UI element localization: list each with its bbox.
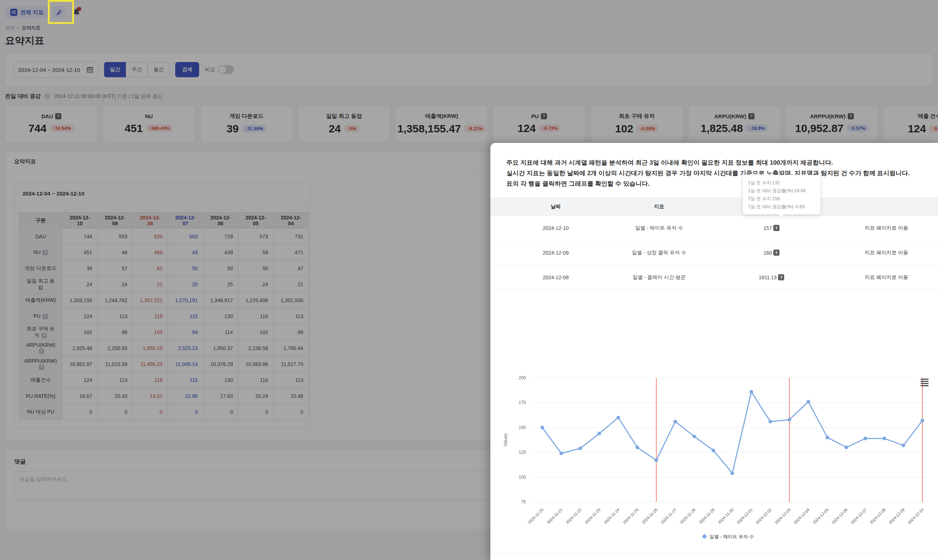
x-axis-label: 2024-11-20 — [527, 508, 544, 525]
data-point[interactable] — [787, 418, 791, 422]
goto-metric-link[interactable]: 지표 페이지로 이동 — [865, 274, 908, 280]
insight-table: 날짜 지표 2024-12-10일별 - 메이트 유저 수157?지표 페이지로… — [491, 198, 938, 290]
data-point[interactable] — [769, 420, 772, 423]
data-point[interactable] — [692, 434, 696, 438]
insight-description-line: 실시간 지표는 동일한 날짜에 2개 이상의 시간대가 탐지된 경우 가장 마지… — [506, 168, 927, 178]
data-point[interactable] — [654, 458, 658, 462]
data-point[interactable] — [921, 419, 924, 423]
x-axis-label: 2024-11-26 — [641, 508, 658, 525]
insight-row-value: 160? — [764, 249, 780, 256]
insight-row-metric: 일별 - 메이트 유저 수 — [610, 225, 708, 231]
data-point[interactable] — [540, 426, 544, 429]
svg-text:175: 175 — [519, 400, 526, 405]
data-point[interactable] — [902, 443, 905, 447]
insight-description: 주요 지표에 대해 과거 시계열 패턴을 분석하여 최근 3일 이내에 확인이 … — [491, 143, 938, 189]
data-point[interactable] — [674, 420, 677, 423]
x-axis-label: 2024-12-09 — [888, 508, 905, 525]
data-point[interactable] — [883, 437, 886, 440]
x-axis-label: 2024-11-24 — [603, 508, 620, 525]
insight-row-value-cell: 160? — [708, 249, 835, 256]
data-point[interactable] — [749, 390, 753, 394]
insight-row-value: 157? — [764, 225, 780, 231]
x-axis-label: 2024-12-08 — [869, 508, 886, 525]
x-axis-label: 2024-11-30 — [717, 508, 735, 525]
chart-menu-icon[interactable] — [921, 378, 929, 386]
goto-metric-link[interactable]: 지표 페이지로 이동 — [865, 249, 908, 255]
legend-marker — [702, 534, 707, 539]
value-number: 160 — [764, 250, 772, 256]
help-icon[interactable]: ? — [778, 274, 784, 280]
svg-text:125: 125 — [519, 450, 526, 455]
x-axis-label: 2024-12-10 — [907, 508, 924, 525]
insight-row-date: 2024-12-08 — [501, 275, 610, 280]
data-point[interactable] — [864, 437, 867, 440]
insight-row-action: 지표 페이지로 이동 — [835, 225, 938, 231]
data-point[interactable] — [559, 452, 563, 455]
insight-row-action: 지표 페이지로 이동 — [835, 274, 938, 281]
x-axis-label: 2024-12-02 — [755, 508, 772, 525]
x-axis-label: 2024-11-25 — [622, 508, 640, 525]
insight-row-value: 1811.13? — [759, 274, 784, 280]
svg-text:200: 200 — [519, 375, 526, 380]
data-point[interactable] — [807, 400, 810, 404]
x-axis-label: 2024-11-23 — [584, 508, 601, 525]
tooltip-line: 7일 전 대비 증감률(%):-0.63 — [748, 203, 815, 211]
data-point[interactable] — [712, 449, 715, 452]
insight-description-line: 주요 지표에 대해 과거 시계열 패턴을 분석하여 최근 3일 이내에 확인이 … — [506, 157, 927, 168]
insight-row-value-cell: 1811.13? — [708, 274, 835, 280]
legend-label[interactable]: 일별 - 메이트 유저 수 — [709, 534, 754, 539]
insight-row[interactable]: 2024-12-09일별 - 상점 클릭 유저 수160?지표 페이지로 이동 — [491, 240, 938, 265]
value-number: 1811.13 — [759, 275, 777, 280]
help-icon[interactable]: ? — [773, 249, 780, 256]
insight-row-metric: 일별 - 플레이 시간 평균 — [610, 274, 708, 281]
trend-chart-svg: 75100125150175200Values2024-11-202024-11… — [501, 371, 938, 553]
insight-panel: 주요 지표에 대해 과거 시계열 패턴을 분석하여 최근 3일 이내에 확인이 … — [491, 143, 938, 560]
data-point[interactable] — [826, 435, 829, 439]
insight-description-line: 표의 각 행을 클릭하면 그래프를 확인할 수 있습니다. — [506, 178, 927, 189]
data-point[interactable] — [730, 471, 734, 475]
insight-table-header: 날짜 지표 — [491, 198, 938, 216]
x-axis-label: 2024-11-27 — [660, 508, 678, 525]
panel-divider — [491, 554, 938, 554]
x-axis-label: 2024-12-06 — [831, 508, 849, 525]
data-point[interactable] — [844, 446, 848, 449]
data-point[interactable] — [617, 415, 620, 419]
data-point[interactable] — [578, 446, 582, 450]
x-axis-label: 2024-12-03 — [774, 508, 791, 525]
svg-text:Values: Values — [503, 434, 508, 446]
x-axis-label: 2024-12-04 — [793, 508, 810, 525]
x-axis-label: 2024-12-01 — [736, 508, 753, 525]
help-icon[interactable]: ? — [773, 225, 780, 231]
insight-row-value-cell: 157? — [708, 225, 835, 231]
insight-row-action: 지표 페이지로 이동 — [835, 249, 938, 256]
tooltip-line: 1일 전 수치:132 — [748, 179, 815, 187]
annotation-highlight-box — [48, 0, 74, 24]
tooltip-line: 7일 전 수치:158 — [748, 195, 815, 203]
insight-row[interactable]: 2024-12-10일별 - 메이트 유저 수157?지표 페이지로 이동 — [491, 216, 938, 240]
goto-metric-link[interactable]: 지표 페이지로 이동 — [865, 225, 908, 231]
x-axis-label: 2024-11-29 — [698, 508, 715, 525]
insight-row[interactable]: 2024-12-08일별 - 플레이 시간 평균1811.13?지표 페이지로 … — [491, 265, 938, 290]
tooltip-line: 1일 전 대비 증감률(%):18.94 — [748, 187, 815, 195]
trend-chart: 75100125150175200Values2024-11-202024-11… — [501, 371, 938, 553]
data-point[interactable] — [635, 446, 639, 449]
svg-text:150: 150 — [519, 425, 526, 430]
insight-row-date: 2024-12-10 — [501, 225, 610, 231]
insight-row-metric: 일별 - 상점 클릭 유저 수 — [610, 249, 708, 256]
x-axis-label: 2024-11-21 — [546, 508, 563, 525]
insight-col-metric: 지표 — [610, 203, 708, 210]
insight-col-date: 날짜 — [501, 203, 610, 210]
svg-text:75: 75 — [521, 499, 526, 505]
value-tooltip: 1일 전 수치:1321일 전 대비 증감률(%):18.947일 전 수치:1… — [743, 175, 821, 215]
x-axis-label: 2024-11-22 — [565, 508, 583, 525]
x-axis-label: 2024-11-28 — [679, 508, 697, 525]
value-number: 157 — [764, 225, 772, 231]
data-point[interactable] — [597, 432, 601, 435]
insight-row-date: 2024-12-09 — [501, 250, 610, 256]
svg-text:100: 100 — [519, 475, 526, 480]
x-axis-label: 2024-12-05 — [812, 508, 829, 525]
x-axis-label: 2024-12-07 — [850, 508, 867, 525]
